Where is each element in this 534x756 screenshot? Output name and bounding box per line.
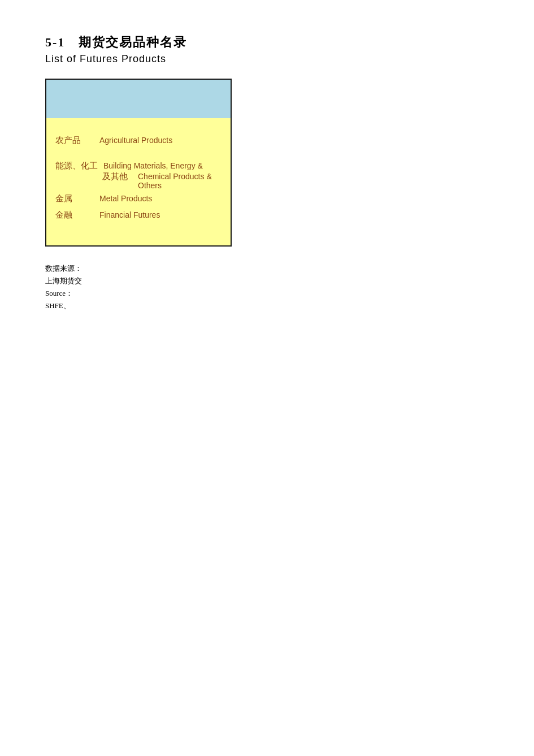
energy-line2: 及其他 Chemical Products & Others — [94, 171, 222, 190]
source-line1: 数据来源： — [45, 262, 489, 275]
table-header — [46, 80, 231, 118]
page-title-cn: 5-1 期货交易品种名录 — [45, 34, 489, 51]
row-cn-financial: 金融 — [55, 210, 94, 221]
row-en-energy-line1: Building Materials, Energy & — [103, 161, 203, 170]
row-en-financial: Financial Futures — [99, 210, 160, 219]
row-en-agricultural: Agricultural Products — [99, 136, 172, 145]
row-en-metal: Metal Products — [99, 194, 152, 203]
source-line2: 上海期货交 — [45, 275, 489, 287]
row-cn-metal: 金属 — [55, 193, 94, 204]
table-row: 金属 Metal Products — [55, 193, 222, 204]
table-row: 农产品 Agricultural Products — [55, 135, 222, 146]
row-cn-energy2: 及其他 — [94, 171, 132, 182]
source-line4: SHFE、 — [45, 300, 489, 312]
row-cn-agricultural: 农产品 — [55, 135, 94, 146]
source-section: 数据来源： 上海期货交 Source： SHFE、 — [45, 262, 489, 312]
row-cn-energy: 能源、化工 — [55, 161, 98, 171]
source-line3: Source： — [45, 287, 489, 300]
row-en-energy-line2: Chemical Products & Others — [138, 172, 222, 190]
table-body: 农产品 Agricultural Products 能源、化工 Building… — [46, 118, 231, 245]
energy-line1: 能源、化工 Building Materials, Energy & — [55, 161, 222, 171]
table-row: 金融 Financial Futures — [55, 210, 222, 221]
table-row-energy: 能源、化工 Building Materials, Energy & 及其他 C… — [55, 161, 222, 190]
main-table: 农产品 Agricultural Products 能源、化工 Building… — [45, 79, 232, 247]
page-title-en: List of Futures Products — [45, 53, 489, 65]
